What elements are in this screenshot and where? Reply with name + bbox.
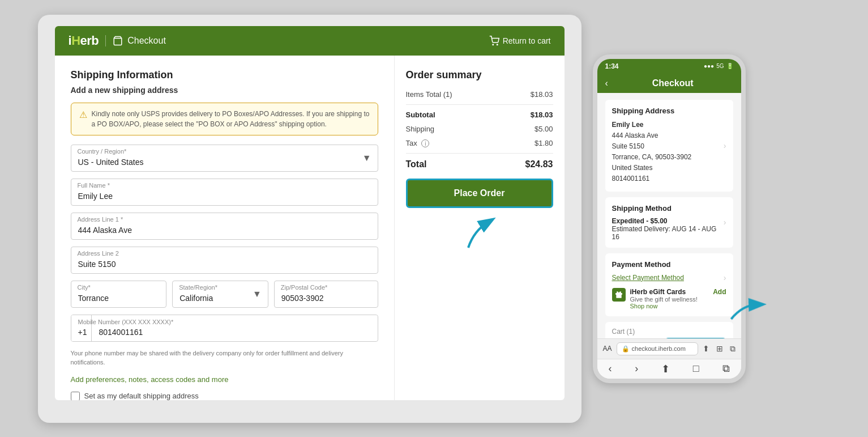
phone-payment-section: Payment Method Select Payment Method › — [605, 253, 733, 316]
phone-address-chevron[interactable]: › — [724, 141, 726, 150]
shipping-value: $5.00 — [535, 125, 553, 133]
address2-input[interactable] — [71, 247, 378, 274]
city-input[interactable] — [71, 281, 167, 308]
phone-egift-row: iHerb eGift Cards Give the gift of welln… — [612, 288, 726, 309]
add-address-subtitle: Add a new shipping address — [71, 86, 378, 95]
shipping-label: Shipping — [406, 125, 435, 133]
phone-nav-tabs[interactable]: ⧉ — [722, 363, 730, 375]
laptop-screen: iHerb Checkout Return to — [55, 26, 565, 400]
city-state-zip-row: City* State/Region* California ▼ Zip/Pos… — [71, 281, 378, 315]
summary-divider-1 — [406, 104, 553, 105]
tax-label: Tax i — [406, 139, 430, 148]
summary-divider-2 — [406, 153, 553, 154]
address1-input[interactable] — [71, 213, 378, 240]
egift-shop-link[interactable]: Shop now — [630, 303, 658, 309]
tax-value: $1.80 — [535, 139, 553, 148]
phone-back-button[interactable]: ‹ — [605, 78, 608, 88]
browser-url-text: checkout.iherb.com — [632, 345, 686, 352]
header-divider — [105, 35, 106, 46]
order-summary-panel: Order summary Items Total (1) $18.03 Sub… — [395, 56, 565, 400]
alert-text: Kindly note only USPS provides delivery … — [92, 109, 370, 129]
phone-shipping-method-row: Shipping Method Expedited - $5.00 Estima… — [612, 204, 726, 241]
default-address-checkbox[interactable] — [71, 392, 80, 400]
address1-field[interactable]: Address Line 1 * — [71, 213, 378, 240]
phone-body: Shipping Address Emily Lee 444 Alaska Av… — [597, 93, 741, 338]
city-field[interactable]: City* — [71, 281, 167, 308]
phone-nav-share[interactable]: ⬆ — [661, 363, 670, 375]
phone-address-line4: United States — [612, 163, 692, 173]
phone-payment-chevron[interactable]: › — [724, 273, 726, 282]
laptop-frame: iHerb Checkout Return to — [38, 15, 581, 423]
phone-input[interactable] — [92, 315, 377, 341]
country-select[interactable]: US - United States — [71, 145, 378, 172]
items-total-row: Items Total (1) $18.03 — [406, 90, 553, 99]
phone-shipping-address-title: Shipping Address — [612, 107, 692, 115]
shipping-title: Shipping Information — [71, 69, 378, 81]
phone-checkout-title: Checkout — [613, 78, 733, 88]
shipping-row: Shipping $5.00 — [406, 125, 553, 133]
phone-status-bar: 1:34 ●●● 5G 🔋 — [597, 59, 741, 74]
add-preferences-link[interactable]: Add preferences, notes, access codes and… — [71, 375, 229, 384]
phone-select-payment-link[interactable]: Select Payment Method — [612, 274, 684, 282]
new-tab-icon[interactable]: ⧉ — [730, 344, 736, 354]
battery-icon: 🔋 — [726, 63, 733, 69]
phone-shipping-method-section: Shipping Method Expedited - $5.00 Estima… — [605, 197, 733, 248]
checkout-header: iHerb Checkout Return to — [55, 26, 565, 56]
egift-add-button[interactable]: Add — [713, 288, 726, 296]
egift-icon — [612, 288, 626, 302]
phone-nav-forward[interactable]: › — [635, 363, 638, 375]
tabs-icon[interactable]: ⊞ — [716, 344, 723, 354]
items-total-value: $18.03 — [531, 90, 553, 99]
browser-url-bar[interactable]: 🔒 checkout.iherb.com — [617, 342, 698, 355]
phone-field-wrapper[interactable]: Mobile Number (XXX XXX XXXX)* +1 — [71, 315, 378, 342]
browser-nav-icons: ⬆ ⊞ ⧉ — [703, 344, 736, 354]
gift-icon — [615, 291, 623, 299]
cart-return-icon — [489, 36, 499, 46]
phone-address-line3: Torrance, CA, 90503-3902 — [612, 152, 692, 163]
egift-text: iHerb eGift Cards Give the gift of welln… — [630, 288, 709, 309]
phone-nav-back[interactable]: ‹ — [609, 363, 612, 375]
phone-prefix: +1 — [71, 315, 92, 341]
phone-nav-bookmarks[interactable]: □ — [693, 363, 699, 375]
phone-browser-bar: AA 🔒 checkout.iherb.com ⬆ ⊞ ⧉ — [597, 338, 741, 359]
address2-field[interactable]: Address Line 2 — [71, 247, 378, 274]
phone-signal-icons: ●●● 5G 🔋 — [704, 63, 733, 69]
fullname-field[interactable]: Full Name * — [71, 179, 378, 206]
phone-frame: 1:34 ●●● 5G 🔋 ‹ Checkout Shipping A — [593, 54, 746, 383]
phone-shipping-address-row: Shipping Address Emily Lee 444 Alaska Av… — [612, 107, 726, 185]
tax-row: Tax i $1.80 — [406, 139, 553, 148]
state-field[interactable]: State/Region* California ▼ — [172, 281, 268, 308]
fullname-input[interactable] — [71, 179, 378, 206]
phone-shipping-chevron[interactable]: › — [724, 218, 726, 227]
zip-input[interactable] — [274, 281, 378, 308]
network-icon: 5G — [716, 63, 724, 69]
share-icon[interactable]: ⬆ — [703, 344, 709, 354]
tax-info-icon[interactable]: i — [421, 139, 429, 147]
place-order-button[interactable]: Place Order — [406, 179, 553, 208]
lock-icon: 🔒 — [622, 345, 630, 353]
arrow-annotation — [406, 208, 553, 253]
default-checkbox-row: Set as my default shipping address — [71, 392, 378, 400]
phone-field[interactable]: Mobile Number (XXX XXX XXXX)* +1 — [71, 315, 378, 342]
browser-aa[interactable]: AA — [603, 345, 612, 353]
phone-cart-header: Cart (1) — [612, 328, 726, 336]
phone-frame-wrapper: 1:34 ●●● 5G 🔋 ‹ Checkout Shipping A — [593, 54, 746, 383]
phone-address-line2: Suite 5150 — [612, 141, 692, 152]
signal-icon: ●●● — [704, 63, 714, 69]
country-field[interactable]: Country / Region* US - United States ▼ — [71, 145, 378, 172]
phone-method-est: Estimated Delivery: AUG 14 - AUG 16 — [612, 225, 724, 241]
header-checkout-label: Checkout — [113, 36, 166, 46]
cart-icon — [113, 36, 123, 46]
zip-field[interactable]: Zip/Postal Code* — [274, 281, 378, 308]
default-address-label: Set as my default shipping address — [84, 392, 199, 400]
phone-shipping-method-details: Expedited - $5.00 Estimated Delivery: AU… — [612, 217, 724, 241]
phone-address-line1: 444 Alaska Ave — [612, 130, 692, 141]
phone-payment-row: Select Payment Method › — [612, 273, 726, 282]
state-select[interactable]: California — [172, 281, 268, 308]
phone-method-name: Expedited - $5.00 — [612, 217, 724, 225]
shipping-panel: Shipping Information Add a new shipping … — [55, 56, 395, 400]
return-to-cart-btn[interactable]: Return to cart — [489, 36, 551, 46]
subtotal-label: Subtotal — [406, 111, 435, 119]
phone-address-phone: 8014001161 — [612, 173, 692, 184]
egift-subtitle: Give the gift of wellness! Shop now — [630, 296, 709, 309]
